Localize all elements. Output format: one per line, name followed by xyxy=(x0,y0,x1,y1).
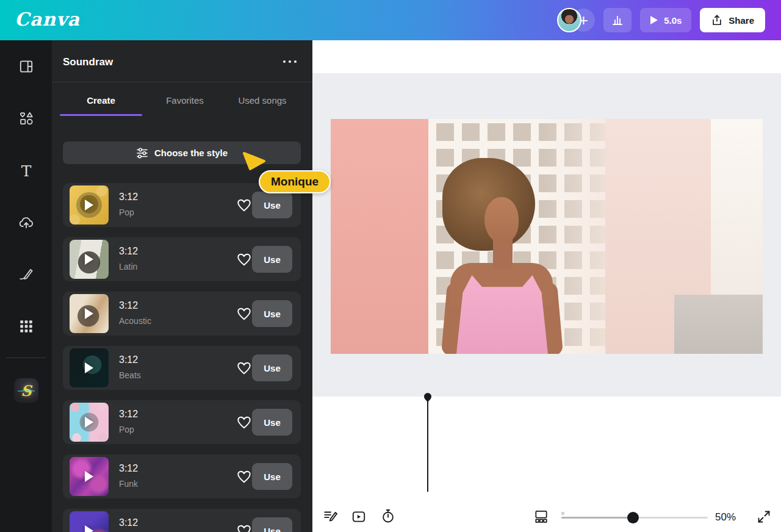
favorite-heart-icon[interactable] xyxy=(236,523,252,532)
fullscreen-button[interactable] xyxy=(757,509,772,525)
tab-favorites[interactable]: Favorites xyxy=(151,95,218,112)
timer-button[interactable] xyxy=(380,508,396,524)
song-item[interactable]: 3:12 Use xyxy=(63,509,301,532)
favorite-heart-icon[interactable] xyxy=(236,306,252,321)
upload-cloud-icon xyxy=(18,215,34,231)
tab-create[interactable]: Create xyxy=(60,95,142,112)
bar-chart-icon xyxy=(611,13,624,27)
sidebar-item-uploads[interactable] xyxy=(18,215,34,231)
active-tab-underline xyxy=(60,114,142,116)
favorite-heart-icon[interactable] xyxy=(236,415,252,430)
song-genre: Pop xyxy=(119,425,134,434)
sidebar-item-draw[interactable] xyxy=(18,267,34,282)
sidebar-item-text[interactable]: T xyxy=(18,162,34,178)
play-icon xyxy=(85,525,93,532)
song-duration: 3:12 xyxy=(119,246,138,257)
song-thumbnail[interactable] xyxy=(70,185,109,225)
song-genre: Funk xyxy=(119,479,138,489)
song-thumbnail[interactable] xyxy=(70,240,109,279)
use-song-button[interactable]: Use xyxy=(252,463,292,490)
use-song-button[interactable]: Use xyxy=(252,354,292,381)
play-icon xyxy=(85,254,93,265)
collaborator-cursor: Monique xyxy=(242,151,266,172)
song-genre: Acoustic xyxy=(119,316,151,326)
soundraw-panel: Soundraw Create Favorites Used songs Cho… xyxy=(52,40,312,532)
collaborator-name-label: Monique xyxy=(259,170,331,193)
elements-icon xyxy=(18,110,34,126)
favorite-heart-icon[interactable] xyxy=(236,469,252,484)
song-thumbnail[interactable] xyxy=(70,348,109,387)
use-song-button[interactable]: Use xyxy=(252,300,292,327)
play-icon xyxy=(650,15,658,25)
more-options-button[interactable] xyxy=(282,59,298,65)
use-song-button[interactable]: Use xyxy=(252,409,292,436)
favorite-heart-icon[interactable] xyxy=(236,361,252,375)
song-duration: 3:12 xyxy=(119,463,138,474)
song-genre: Pop xyxy=(119,207,134,217)
notes-button[interactable] xyxy=(323,508,339,524)
use-song-button[interactable]: Use xyxy=(252,517,292,532)
use-song-button[interactable]: Use xyxy=(252,246,292,273)
woman-face xyxy=(484,197,519,243)
favorite-heart-icon[interactable] xyxy=(236,198,252,212)
song-thumbnail[interactable] xyxy=(70,403,109,442)
video-player-button[interactable] xyxy=(351,509,367,525)
song-duration: 3:12 xyxy=(119,192,138,203)
soundraw-app-icon: S xyxy=(21,382,31,400)
sidebar-item-soundraw[interactable]: S xyxy=(14,378,38,403)
canva-logo[interactable]: Canva xyxy=(15,9,80,30)
song-duration: 3:12 xyxy=(119,300,138,311)
duration-label: 5.0s xyxy=(664,15,682,26)
canvas-top-strip xyxy=(312,40,781,73)
share-label: Share xyxy=(729,15,754,26)
favorite-heart-icon[interactable] xyxy=(236,252,252,267)
song-duration: 3:12 xyxy=(119,354,138,365)
bright-column xyxy=(711,119,763,296)
song-duration: 3:12 xyxy=(119,409,138,420)
playhead-line[interactable] xyxy=(427,401,428,492)
canva-video-editor: Canva + 5.0s xyxy=(0,0,781,532)
play-icon xyxy=(85,471,93,482)
song-item[interactable]: 3:12 Funk Use xyxy=(63,455,301,498)
use-song-button[interactable]: Use xyxy=(252,192,292,218)
share-icon xyxy=(711,14,723,26)
zoom-slider-thumb[interactable] xyxy=(627,512,639,523)
sidebar-item-design[interactable] xyxy=(18,59,34,74)
video-frame[interactable] xyxy=(331,119,763,354)
play-icon xyxy=(85,308,93,319)
draw-pen-icon xyxy=(18,267,34,282)
play-icon xyxy=(85,417,93,428)
sliders-icon xyxy=(136,147,148,159)
sidebar-rail: T xyxy=(0,40,52,532)
song-item[interactable]: 3:12 Latin Use xyxy=(63,237,301,281)
preview-play-button[interactable]: 5.0s xyxy=(640,8,691,32)
song-item[interactable]: 3:12 Beats Use xyxy=(63,346,301,390)
collaborator-cursor-icon xyxy=(242,151,266,172)
song-genre: Beats xyxy=(119,370,141,380)
pink-wall xyxy=(331,119,428,354)
song-thumbnail[interactable] xyxy=(70,457,109,496)
song-thumbnail[interactable] xyxy=(70,294,109,333)
zoom-level-label: 50% xyxy=(715,511,736,523)
panel-divider xyxy=(52,82,312,82)
share-button[interactable]: Share xyxy=(700,8,765,32)
play-icon xyxy=(85,362,93,373)
sidebar-item-apps[interactable] xyxy=(18,318,34,334)
text-icon: T xyxy=(21,162,32,180)
top-bar: Canva + 5.0s xyxy=(0,0,781,40)
choose-style-label: Choose the style xyxy=(154,148,228,158)
apps-grid-icon xyxy=(18,318,34,334)
tab-used-songs[interactable]: Used songs xyxy=(226,95,299,112)
sidebar-divider xyxy=(6,358,46,358)
insights-button[interactable] xyxy=(603,8,632,32)
playhead-pin[interactable] xyxy=(423,393,432,403)
sidebar-item-elements[interactable] xyxy=(18,110,34,126)
panel-title: Soundraw xyxy=(63,56,113,68)
song-item[interactable]: 3:12 Acoustic Use xyxy=(63,292,301,336)
pages-grid-button[interactable] xyxy=(533,509,549,525)
woman-pink-top xyxy=(456,275,548,354)
song-thumbnail[interactable] xyxy=(70,511,109,532)
zoom-slider-origin xyxy=(561,512,564,515)
gray-patch xyxy=(674,295,763,354)
song-item[interactable]: 3:12 Pop Use xyxy=(63,400,301,444)
